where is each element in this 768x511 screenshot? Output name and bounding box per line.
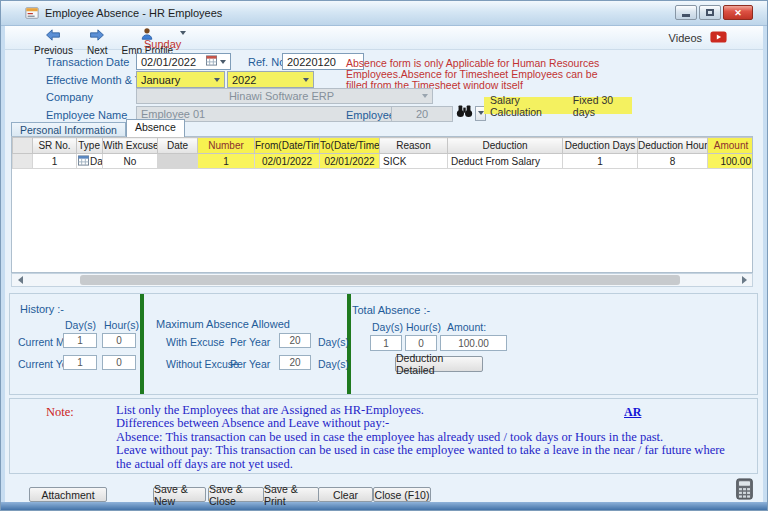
tab-personal-information[interactable]: Personal Information xyxy=(11,122,126,137)
attachment-button[interactable]: Attachment xyxy=(29,487,107,502)
save-close-button[interactable]: Save & Close xyxy=(208,487,264,502)
col-with-excuse[interactable]: With Excuse xyxy=(103,138,158,154)
col-from-datetime[interactable]: From(Date/Time) xyxy=(255,138,320,154)
scrollbar-thumb[interactable] xyxy=(80,275,680,285)
current-year-days-field[interactable]: 1 xyxy=(63,355,97,370)
minimize-button[interactable] xyxy=(675,5,697,20)
note-line-4: Leave without pay: This transaction can … xyxy=(116,444,725,457)
close-f10-button[interactable]: Close (F10) xyxy=(373,487,431,502)
previous-label: Previous xyxy=(34,45,73,56)
minimize-icon xyxy=(682,14,690,17)
cell-from-datetime[interactable]: 02/01/2022 xyxy=(255,154,320,169)
client-area: Previous Next Emp.Profile Sunday xyxy=(5,26,763,502)
col-reason[interactable]: Reason xyxy=(380,138,448,154)
col-deduction-days[interactable]: Deduction Days xyxy=(563,138,638,154)
without-excuse-period: Per Year xyxy=(230,358,270,370)
salary-calculation-value: Fixed 30 days xyxy=(573,94,626,118)
col-to-datetime[interactable]: To(Date/Time) xyxy=(320,138,380,154)
calendar-icon[interactable] xyxy=(206,55,217,68)
table-row[interactable]: 1 Days No 1 02/01/2022 xyxy=(13,154,754,169)
col-amount[interactable]: Amount xyxy=(708,138,754,154)
employee-no-field[interactable]: 20 xyxy=(391,106,453,122)
calculator-icon[interactable] xyxy=(735,478,754,504)
app-icon xyxy=(25,6,39,20)
cell-number[interactable]: 1 xyxy=(198,154,255,169)
with-excuse-label: With Excuse xyxy=(166,336,224,348)
emp-profile-dropdown-icon[interactable] xyxy=(180,31,186,35)
previous-arrow-icon xyxy=(45,27,61,45)
cell-to-datetime[interactable]: 02/01/2022 xyxy=(320,154,380,169)
transaction-date-value: 02/01/2022 xyxy=(141,56,196,68)
scroll-right-button[interactable] xyxy=(736,274,752,286)
current-month-hours-field[interactable]: 0 xyxy=(102,333,136,348)
col-sr-no[interactable]: SR No. xyxy=(33,138,77,154)
without-excuse-label: Without Excuse xyxy=(166,358,239,370)
table-header-row: SR No. Type With Excuse Date Number From… xyxy=(13,138,754,154)
summary-panel: History :- Day(s) Hour(s) Current Month … xyxy=(9,293,758,395)
close-button[interactable]: ✕ xyxy=(723,5,753,20)
clear-button[interactable]: Clear xyxy=(318,487,373,502)
cell-with-excuse[interactable]: No xyxy=(103,154,158,169)
cell-reason[interactable]: SICK xyxy=(380,154,448,169)
window-border-right xyxy=(763,26,767,502)
company-label: Company xyxy=(46,91,93,103)
cell-deduction[interactable]: Deduct From Salary xyxy=(448,154,563,169)
scroll-right-icon xyxy=(742,276,747,284)
effective-year-select[interactable]: 2022 xyxy=(227,71,314,88)
effective-month-select[interactable]: January xyxy=(136,71,225,88)
total-hours-field[interactable]: 0 xyxy=(405,335,437,351)
videos-link[interactable]: Videos xyxy=(669,29,727,47)
col-number[interactable]: Number xyxy=(198,138,255,154)
deduction-detailed-button[interactable]: Deduction Detailed xyxy=(395,356,483,372)
next-button[interactable]: Next xyxy=(80,26,115,56)
company-select[interactable]: Hinawi Software ERP xyxy=(136,88,433,104)
cell-deduction-hours[interactable]: 8 xyxy=(638,154,708,169)
note-line-5: the actual off days are not yet used. xyxy=(116,458,725,471)
save-new-button[interactable]: Save & New xyxy=(153,487,206,502)
transaction-date-field[interactable]: 02/01/2022 xyxy=(136,53,231,70)
max-absence-title: Maximum Absence Allowed xyxy=(156,318,290,330)
titlebar: Employee Absence - HR Employees ✕ xyxy=(1,1,767,26)
current-month-days-field[interactable]: 1 xyxy=(63,333,97,348)
effective-year-value: 2022 xyxy=(232,74,256,86)
note-label: Note: xyxy=(46,405,74,420)
hr-warning-text: Absence form is only Applicable for Huma… xyxy=(346,58,599,91)
cell-sr-no[interactable]: 1 xyxy=(33,154,77,169)
search-binoculars-icon[interactable] xyxy=(456,104,473,122)
type-grid-icon xyxy=(78,155,89,168)
arabic-language-link[interactable]: AR xyxy=(624,405,641,420)
total-amount-header: Amount: xyxy=(447,321,486,333)
current-year-hours-field[interactable]: 0 xyxy=(102,355,136,370)
history-hours-header: Hour(s) xyxy=(104,319,139,331)
cell-deduction-days[interactable]: 1 xyxy=(563,154,638,169)
col-date[interactable]: Date xyxy=(158,138,198,154)
toolbar: Previous Next Emp.Profile xyxy=(5,26,763,50)
employee-no-value: 20 xyxy=(416,108,428,120)
cell-amount[interactable]: 100.00 xyxy=(708,154,754,169)
row-indicator-header xyxy=(13,138,33,154)
scroll-left-button[interactable] xyxy=(12,274,28,286)
col-type[interactable]: Type xyxy=(77,138,103,154)
horizontal-scrollbar[interactable] xyxy=(11,273,753,287)
total-days-field[interactable]: 1 xyxy=(370,335,402,351)
youtube-icon[interactable] xyxy=(710,29,727,47)
company-dropdown-icon xyxy=(422,94,428,98)
total-amount-field[interactable]: 100.00 xyxy=(440,335,507,351)
previous-button[interactable]: Previous xyxy=(27,26,80,56)
maximize-button[interactable] xyxy=(699,5,721,20)
without-excuse-unit: Day(s) xyxy=(318,358,349,370)
tab-absence[interactable]: Absence xyxy=(126,119,185,137)
without-excuse-value-field[interactable]: 20 xyxy=(279,355,311,370)
date-dropdown-icon[interactable] xyxy=(220,60,226,64)
cell-date xyxy=(158,154,198,169)
tab-bar: Personal Information Absence xyxy=(11,119,185,137)
year-dropdown-icon xyxy=(303,78,309,82)
col-deduction[interactable]: Deduction xyxy=(448,138,563,154)
cell-type[interactable]: Days xyxy=(77,154,103,169)
transaction-date-label: Transaction Date xyxy=(46,56,129,68)
save-print-button[interactable]: Save & Print xyxy=(263,487,319,502)
weekday-label: Sunday xyxy=(144,38,181,50)
col-deduction-hours[interactable]: Deduction Hours xyxy=(638,138,708,154)
with-excuse-value-field[interactable]: 20 xyxy=(279,333,311,348)
salary-calculation-badge: Salary Calculation Fixed 30 days xyxy=(484,97,632,114)
